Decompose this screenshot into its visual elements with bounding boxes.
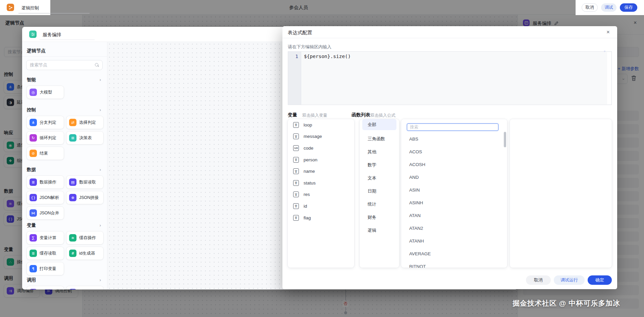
function-item[interactable]: ATANH <box>401 234 507 247</box>
search-placeholder: 搜索节点 <box>30 62 95 68</box>
expression-code-editor[interactable]: 1 ${person}.size() ⁘ <box>288 51 612 105</box>
variable-type-icon: T <box>293 157 299 163</box>
function-item[interactable]: ATAN <box>401 209 507 222</box>
node-item[interactable]: {} JSON解析 <box>27 191 64 204</box>
node-item[interactable]: ⊞ 决策表 <box>66 131 103 144</box>
node-icon: ⋈ <box>30 209 37 217</box>
function-category[interactable]: 数学 <box>362 158 396 171</box>
node-item[interactable]: ⋔ 分支判定 <box>27 116 64 129</box>
node-item[interactable]: ⊘ 结束 <box>27 147 64 160</box>
chevron-right-icon[interactable]: › <box>100 107 101 112</box>
function-categories: 全部三角函数其他数学文本日期统计财务逻辑 <box>360 119 399 268</box>
line-number: 1 <box>296 54 298 59</box>
node-item[interactable]: # id生成器 <box>66 247 103 260</box>
function-description-panel <box>510 119 612 268</box>
function-item[interactable]: AVERAGE <box>401 247 507 260</box>
function-category[interactable]: 财务 <box>362 211 396 224</box>
variable-item[interactable]: T flag <box>288 212 354 224</box>
function-item[interactable]: ACOSH <box>401 158 507 171</box>
service-title-input[interactable]: 服务编排 <box>43 32 61 38</box>
variable-type-icon: T <box>293 168 299 174</box>
node-item[interactable]: ⋈ JSON合并 <box>27 207 64 219</box>
function-search-input[interactable]: 搜索 <box>407 123 498 131</box>
node-icon: ⇉ <box>30 289 37 289</box>
chevron-right-icon[interactable]: › <box>100 77 101 82</box>
variable-item[interactable]: T id <box>288 200 354 212</box>
node-item[interactable]: ≋ 缓存操作 <box>66 231 103 244</box>
function-list-panel: 搜索 ABSACOSACOSHANDASINASINHATANATAN2ATAN… <box>401 119 507 268</box>
function-item[interactable]: BITNOT <box>401 260 507 268</box>
function-category[interactable]: 逻辑 <box>362 224 396 237</box>
node-item[interactable]: ⊳ 调用控制 <box>66 286 103 289</box>
code-line: ${person}.size() <box>304 54 351 59</box>
cancel-button[interactable]: 取消 <box>582 3 598 12</box>
function-category[interactable]: 统计 <box>362 198 396 211</box>
node-item[interactable]: ↻ 循环判定 <box>27 131 64 144</box>
function-item[interactable]: AND <box>401 171 507 183</box>
variable-item[interactable]: T res <box>288 189 354 201</box>
node-icon: ≋ <box>69 234 76 242</box>
node-icon: ∑ <box>30 234 37 242</box>
dialog-cancel-button[interactable]: 取消 <box>526 275 551 285</box>
expression-config-dialog: 表达式配置 × 请在下方编辑区内输入 1 ${person}.size() ⁘ … <box>282 26 617 289</box>
chevron-right-icon[interactable]: › <box>100 167 101 172</box>
code-segment: ${ <box>304 54 310 59</box>
node-icon: ◎ <box>30 89 37 96</box>
variable-item[interactable]: T person <box>288 154 354 166</box>
variable-type-icon: T <box>293 203 299 209</box>
variable-item[interactable]: T name <box>288 165 354 177</box>
svc-section-variable: 变量› ∑ 变量计算 ≋ 缓存操作 ≣ 缓存读取 # id生成器 ¶ <box>27 223 104 275</box>
function-item[interactable]: ASIN <box>401 183 507 196</box>
node-item[interactable]: ≣ 缓存读取 <box>27 247 64 260</box>
variables-hint: 双击插入变量 <box>302 113 327 118</box>
logic-control-icon <box>7 4 14 11</box>
dialog-debug-run-button[interactable]: 调试运行 <box>554 275 585 285</box>
variable-type-icon: T <box>293 122 299 128</box>
function-category[interactable]: 日期 <box>362 184 396 198</box>
editor-overflow-marker: ⁘ <box>603 50 606 53</box>
function-item[interactable]: ATAN2 <box>401 222 507 234</box>
variable-item[interactable]: T message <box>288 131 354 143</box>
function-category[interactable]: 全部 <box>362 119 396 130</box>
scrollbar-thumb[interactable] <box>504 132 506 147</box>
chevron-right-icon[interactable]: › <box>100 277 101 282</box>
node-item[interactable]: ¶ 打印变量 <box>27 262 64 275</box>
chevron-right-icon[interactable]: › <box>100 223 101 228</box>
function-list: ABSACOSACOSHANDASINASINHATANATAN2ATANHAV… <box>401 133 507 268</box>
service-search-input[interactable]: 搜索节点 <box>26 60 103 70</box>
variable-item[interactable]: T status <box>288 177 354 189</box>
svc-section-call: 调用› ⇉ 调用编排 ⊳ 调用控制 <box>27 277 104 289</box>
save-button[interactable]: 保存 <box>620 3 637 12</box>
node-item[interactable]: ◎ 大模型 <box>27 86 64 99</box>
node-item[interactable]: ∑ 变量计算 <box>27 231 64 244</box>
editor-hint: 请在下方编辑区内输入 <box>288 44 331 50</box>
variable-item[interactable]: 123 code <box>288 142 354 154</box>
editor-scrollbar[interactable] <box>607 52 611 104</box>
node-icon: ¶ <box>30 265 37 272</box>
node-icon: ⊳ <box>69 289 76 289</box>
node-item[interactable]: ⊕ JSON拼接 <box>66 191 103 204</box>
close-icon[interactable]: × <box>606 29 610 36</box>
function-item[interactable]: ACOS <box>401 145 507 158</box>
flow-title-input[interactable]: 逻辑控制 <box>21 5 39 11</box>
function-category[interactable]: 文本 <box>362 171 396 184</box>
variable-item[interactable]: T loop <box>288 119 354 131</box>
divider <box>282 38 617 38</box>
node-item[interactable]: ⇄ 选择判定 <box>66 116 103 129</box>
function-category[interactable]: 三角函数 <box>362 132 396 145</box>
function-item[interactable]: ASINH <box>401 196 507 209</box>
function-item[interactable]: ABS <box>401 133 507 145</box>
node-icon: ≣ <box>30 178 37 186</box>
svc-section-control: 控制› ⋔ 分支判定 ⇄ 选择判定 ↻ 循环判定 ⊞ 决策表 ⊘ <box>27 107 104 160</box>
node-item[interactable]: ≣ 数据操作 <box>27 176 64 189</box>
dialog-confirm-button[interactable]: 确定 <box>588 275 612 285</box>
search-placeholder: 搜索 <box>410 124 418 130</box>
functions-hint: 双击插入公式 <box>370 113 395 118</box>
node-item[interactable]: ⇉ 调用编排 <box>27 286 64 289</box>
function-category[interactable]: 其他 <box>362 145 396 158</box>
editor-gutter: 1 <box>288 52 301 105</box>
variable-type-icon: T <box>293 180 299 186</box>
service-orchestration-icon <box>29 31 37 38</box>
node-item[interactable]: ▤ 数据读取 <box>66 176 103 189</box>
debug-button[interactable]: 调试 <box>601 3 616 12</box>
